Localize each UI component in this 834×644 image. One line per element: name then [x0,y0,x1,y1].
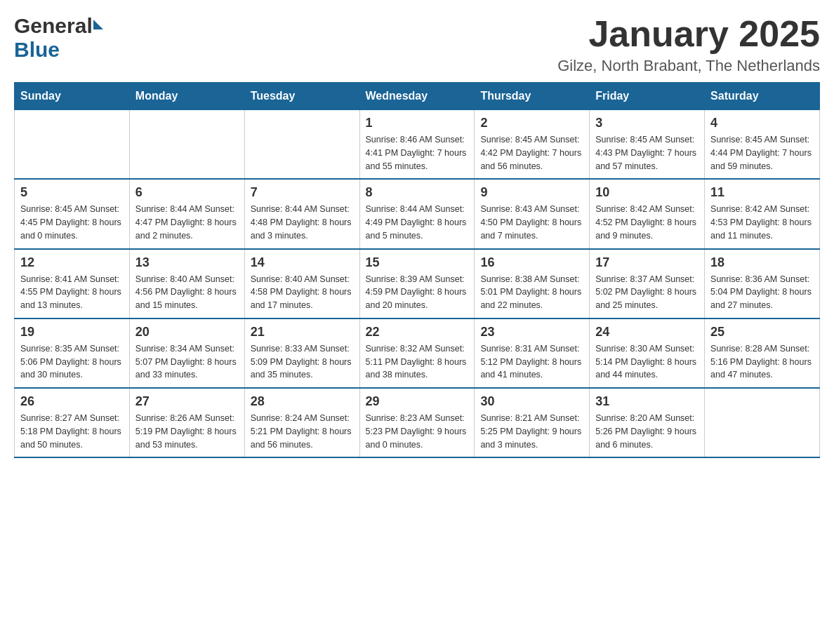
day-number: 8 [366,185,469,200]
day-info: Sunrise: 8:45 AM Sunset: 4:42 PM Dayligh… [480,133,583,173]
location-title: Gilze, North Brabant, The Netherlands [557,57,820,75]
calendar-cell: 23Sunrise: 8:31 AM Sunset: 5:12 PM Dayli… [475,318,590,388]
weekday-header-tuesday: Tuesday [244,83,359,110]
calendar-cell: 26Sunrise: 8:27 AM Sunset: 5:18 PM Dayli… [15,388,130,457]
calendar-cell: 22Sunrise: 8:32 AM Sunset: 5:11 PM Dayli… [359,318,475,388]
calendar-cell: 4Sunrise: 8:45 AM Sunset: 4:44 PM Daylig… [705,110,820,180]
day-number: 7 [251,185,354,200]
day-info: Sunrise: 8:45 AM Sunset: 4:44 PM Dayligh… [710,133,814,173]
day-number: 31 [595,394,699,409]
logo-general-text: General [14,14,93,38]
day-info: Sunrise: 8:28 AM Sunset: 5:16 PM Dayligh… [710,342,814,382]
calendar-cell: 14Sunrise: 8:40 AM Sunset: 4:58 PM Dayli… [244,249,359,318]
day-number: 2 [480,116,583,130]
day-info: Sunrise: 8:44 AM Sunset: 4:48 PM Dayligh… [251,203,354,242]
calendar-week-row: 1Sunrise: 8:46 AM Sunset: 4:41 PM Daylig… [15,110,820,180]
calendar-cell: 24Sunrise: 8:30 AM Sunset: 5:14 PM Dayli… [590,318,705,388]
calendar-week-row: 12Sunrise: 8:41 AM Sunset: 4:55 PM Dayli… [15,249,820,318]
day-info: Sunrise: 8:43 AM Sunset: 4:50 PM Dayligh… [480,203,583,242]
day-info: Sunrise: 8:23 AM Sunset: 5:23 PM Dayligh… [366,412,469,451]
calendar-cell: 30Sunrise: 8:21 AM Sunset: 5:25 PM Dayli… [475,388,590,457]
day-number: 30 [480,394,583,409]
calendar-cell: 9Sunrise: 8:43 AM Sunset: 4:50 PM Daylig… [475,179,590,248]
calendar-cell [244,110,359,180]
day-info: Sunrise: 8:45 AM Sunset: 4:43 PM Dayligh… [595,133,699,173]
day-info: Sunrise: 8:21 AM Sunset: 5:25 PM Dayligh… [480,412,583,451]
day-number: 10 [595,185,699,200]
calendar-cell: 10Sunrise: 8:42 AM Sunset: 4:52 PM Dayli… [590,179,705,248]
calendar-cell: 6Sunrise: 8:44 AM Sunset: 4:47 PM Daylig… [129,179,244,248]
day-number: 14 [251,255,354,270]
day-number: 19 [20,325,124,340]
day-info: Sunrise: 8:41 AM Sunset: 4:55 PM Dayligh… [20,273,124,312]
day-info: Sunrise: 8:39 AM Sunset: 4:59 PM Dayligh… [366,273,469,312]
day-number: 3 [595,116,699,130]
day-number: 5 [20,185,124,200]
day-info: Sunrise: 8:44 AM Sunset: 4:49 PM Dayligh… [366,203,469,242]
calendar-cell: 12Sunrise: 8:41 AM Sunset: 4:55 PM Dayli… [15,249,130,318]
day-number: 23 [480,325,583,340]
calendar-cell: 25Sunrise: 8:28 AM Sunset: 5:16 PM Dayli… [705,318,820,388]
calendar-cell: 8Sunrise: 8:44 AM Sunset: 4:49 PM Daylig… [359,179,475,248]
day-info: Sunrise: 8:42 AM Sunset: 4:53 PM Dayligh… [710,203,814,242]
day-number: 1 [366,116,469,130]
day-info: Sunrise: 8:35 AM Sunset: 5:06 PM Dayligh… [20,342,124,382]
weekday-header-sunday: Sunday [15,83,130,110]
day-number: 15 [366,255,469,270]
calendar-cell: 17Sunrise: 8:37 AM Sunset: 5:02 PM Dayli… [590,249,705,318]
logo-arrow-icon [93,20,103,29]
calendar-cell: 13Sunrise: 8:40 AM Sunset: 4:56 PM Dayli… [129,249,244,318]
day-info: Sunrise: 8:42 AM Sunset: 4:52 PM Dayligh… [595,203,699,242]
calendar-cell: 27Sunrise: 8:26 AM Sunset: 5:19 PM Dayli… [129,388,244,457]
day-info: Sunrise: 8:27 AM Sunset: 5:18 PM Dayligh… [20,412,124,451]
calendar-cell: 20Sunrise: 8:34 AM Sunset: 5:07 PM Dayli… [129,318,244,388]
weekday-header-wednesday: Wednesday [359,83,475,110]
calendar-cell: 21Sunrise: 8:33 AM Sunset: 5:09 PM Dayli… [244,318,359,388]
day-info: Sunrise: 8:32 AM Sunset: 5:11 PM Dayligh… [366,342,469,382]
calendar-cell: 1Sunrise: 8:46 AM Sunset: 4:41 PM Daylig… [359,110,475,180]
day-number: 26 [20,394,124,409]
day-number: 13 [135,255,239,270]
weekday-header-saturday: Saturday [705,83,820,110]
day-info: Sunrise: 8:33 AM Sunset: 5:09 PM Dayligh… [251,342,354,382]
day-number: 20 [135,325,239,340]
day-number: 21 [251,325,354,340]
day-number: 6 [135,185,239,200]
day-number: 25 [710,325,814,340]
day-number: 24 [595,325,699,340]
day-number: 9 [480,185,583,200]
day-info: Sunrise: 8:26 AM Sunset: 5:19 PM Dayligh… [135,412,239,451]
month-title: January 2025 [557,14,820,54]
day-number: 4 [710,116,814,130]
day-info: Sunrise: 8:40 AM Sunset: 4:56 PM Dayligh… [135,273,239,312]
day-number: 12 [20,255,124,270]
day-number: 29 [366,394,469,409]
calendar-week-row: 26Sunrise: 8:27 AM Sunset: 5:18 PM Dayli… [15,388,820,457]
day-info: Sunrise: 8:34 AM Sunset: 5:07 PM Dayligh… [135,342,239,382]
calendar-cell: 15Sunrise: 8:39 AM Sunset: 4:59 PM Dayli… [359,249,475,318]
calendar-cell: 5Sunrise: 8:45 AM Sunset: 4:45 PM Daylig… [15,179,130,248]
calendar-cell: 19Sunrise: 8:35 AM Sunset: 5:06 PM Dayli… [15,318,130,388]
weekday-header-thursday: Thursday [475,83,590,110]
calendar-cell [15,110,130,180]
calendar-table: SundayMondayTuesdayWednesdayThursdayFrid… [14,82,820,458]
day-info: Sunrise: 8:37 AM Sunset: 5:02 PM Dayligh… [595,273,699,312]
calendar-cell: 2Sunrise: 8:45 AM Sunset: 4:42 PM Daylig… [475,110,590,180]
page-header: General Blue January 2025 Gilze, North B… [14,14,820,75]
calendar-cell [129,110,244,180]
day-info: Sunrise: 8:40 AM Sunset: 4:58 PM Dayligh… [251,273,354,312]
day-info: Sunrise: 8:38 AM Sunset: 5:01 PM Dayligh… [480,273,583,312]
day-number: 16 [480,255,583,270]
calendar-cell: 18Sunrise: 8:36 AM Sunset: 5:04 PM Dayli… [705,249,820,318]
day-number: 17 [595,255,699,270]
calendar-cell: 11Sunrise: 8:42 AM Sunset: 4:53 PM Dayli… [705,179,820,248]
day-info: Sunrise: 8:46 AM Sunset: 4:41 PM Dayligh… [366,133,469,173]
day-info: Sunrise: 8:31 AM Sunset: 5:12 PM Dayligh… [480,342,583,382]
weekday-header-row: SundayMondayTuesdayWednesdayThursdayFrid… [15,83,820,110]
weekday-header-monday: Monday [129,83,244,110]
day-number: 18 [710,255,814,270]
calendar-cell: 3Sunrise: 8:45 AM Sunset: 4:43 PM Daylig… [590,110,705,180]
day-info: Sunrise: 8:30 AM Sunset: 5:14 PM Dayligh… [595,342,699,382]
calendar-cell: 7Sunrise: 8:44 AM Sunset: 4:48 PM Daylig… [244,179,359,248]
day-info: Sunrise: 8:45 AM Sunset: 4:45 PM Dayligh… [20,203,124,242]
